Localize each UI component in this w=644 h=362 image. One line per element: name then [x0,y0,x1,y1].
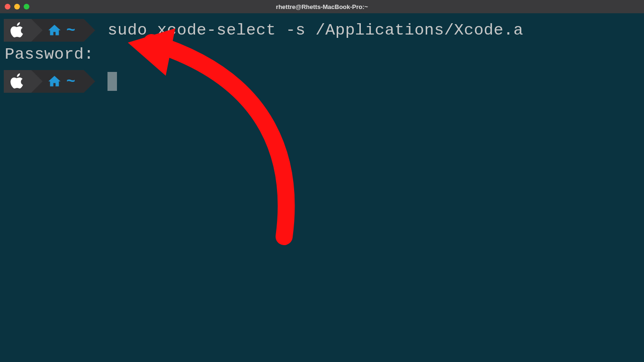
window-titlebar: rhettre@Rhetts-MacBook-Pro:~ [0,0,644,13]
prompt-tilde: ~ [66,22,75,39]
window-title: rhettre@Rhetts-MacBook-Pro:~ [276,3,368,10]
prompt-line-2: ~ [4,68,644,95]
password-prompt: Password: [4,45,644,63]
terminal-cursor [107,72,117,91]
apple-logo-icon [10,22,25,38]
prompt-line-1: ~ sudo xcode-select -s /Applications/Xco… [4,17,644,44]
prompt-tilde: ~ [66,73,75,90]
close-button[interactable] [5,4,10,9]
terminal-content[interactable]: ~ sudo xcode-select -s /Applications/Xco… [0,13,644,95]
apple-logo-icon [10,73,25,89]
prompt-os-segment [4,70,31,93]
prompt-os-segment [4,19,31,42]
command-text: sudo xcode-select -s /Applications/Xcode… [107,21,523,39]
maximize-button[interactable] [24,4,29,9]
minimize-button[interactable] [14,4,20,9]
home-icon [47,24,62,37]
traffic-lights [5,4,29,9]
home-icon [47,75,62,88]
